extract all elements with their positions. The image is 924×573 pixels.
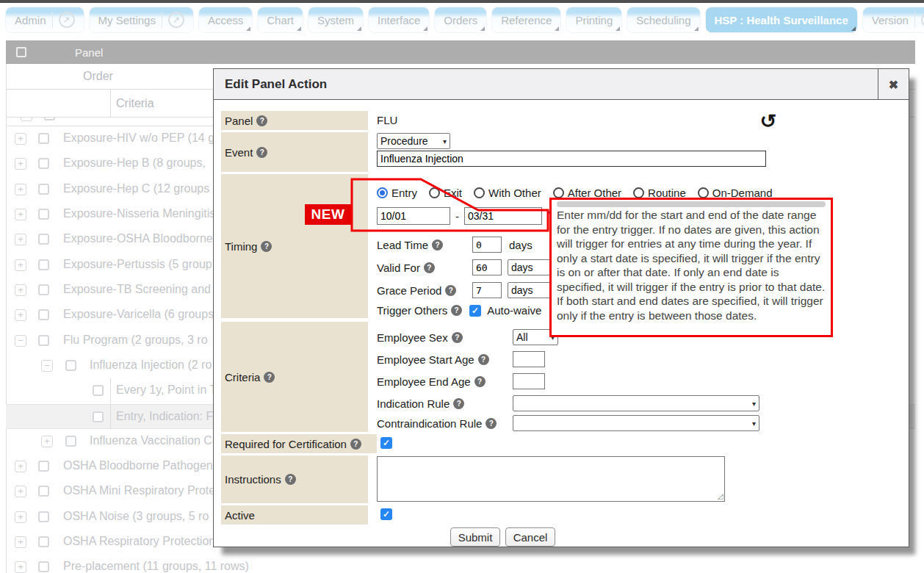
select-all-checkbox[interactable]	[16, 47, 26, 57]
row-checkbox[interactable]	[38, 335, 49, 346]
row-checkbox[interactable]	[38, 259, 49, 270]
close-icon[interactable]: ✖	[878, 69, 909, 100]
expand-icon[interactable]: +	[15, 536, 26, 548]
row-checkbox[interactable]	[93, 385, 104, 396]
help-icon[interactable]: ?	[474, 376, 486, 387]
radio-button[interactable]	[429, 187, 440, 198]
external-link-icon[interactable]: ↗	[59, 12, 75, 28]
expand-icon[interactable]: +	[21, 118, 32, 121]
tab-interface[interactable]: Interface	[369, 7, 429, 32]
expand-icon[interactable]: +	[15, 209, 26, 220]
lead-time-input[interactable]	[472, 237, 502, 253]
radio-with-other[interactable]: With Other	[474, 187, 541, 199]
event-name-input[interactable]	[377, 151, 766, 167]
tab-hsp-health-surveillance[interactable]: HSP : Health Surveillance	[706, 7, 857, 32]
valid-for-input[interactable]	[472, 259, 502, 275]
radio-button[interactable]	[633, 187, 644, 198]
row-checkbox[interactable]	[38, 461, 49, 472]
radio-button[interactable]	[474, 187, 485, 198]
event-type-select[interactable]: Procedure ▾	[377, 133, 450, 149]
radio-button[interactable]	[698, 187, 709, 198]
required-for-certification-checkbox[interactable]: ✓	[380, 437, 392, 449]
help-icon[interactable]: ?	[264, 372, 275, 383]
instructions-textarea[interactable]	[377, 456, 725, 502]
tab-reference[interactable]: Reference	[492, 7, 560, 32]
help-icon[interactable]: ?	[451, 305, 462, 316]
tab-admin[interactable]: Admin ↗	[6, 7, 84, 32]
employee-end-age-input[interactable]	[513, 373, 545, 389]
row-checkbox[interactable]	[44, 118, 55, 120]
collapse-icon[interactable]: −	[41, 360, 53, 372]
tab-printing[interactable]: Printing	[566, 7, 621, 32]
tab-access[interactable]: Access	[199, 7, 252, 32]
row-checkbox[interactable]	[38, 309, 49, 320]
tab-orders[interactable]: Orders	[435, 7, 486, 32]
row-checkbox[interactable]	[38, 209, 49, 220]
tab-system[interactable]: System	[308, 7, 363, 32]
row-checkbox[interactable]	[38, 158, 49, 169]
help-icon[interactable]: ?	[452, 332, 463, 343]
help-icon[interactable]: ?	[256, 115, 267, 126]
contraindication-rule-select[interactable]: ▾	[513, 415, 759, 431]
help-icon[interactable]: ?	[486, 418, 497, 429]
radio-button[interactable]	[553, 187, 564, 198]
expand-icon[interactable]: +	[15, 133, 26, 145]
indication-rule-select[interactable]: ▾	[513, 395, 759, 411]
help-icon[interactable]: ?	[478, 354, 489, 365]
expand-icon[interactable]: +	[15, 158, 26, 170]
expand-icon[interactable]: +	[15, 259, 26, 271]
dialog-header[interactable]: Edit Panel Action ✖	[214, 69, 909, 100]
help-icon[interactable]: ?	[256, 147, 267, 158]
history-revert-icon[interactable]: ↺	[759, 110, 776, 133]
row-checkbox[interactable]	[65, 436, 76, 447]
end-date-input[interactable]	[464, 207, 542, 225]
external-link-icon[interactable]: ↗	[168, 12, 184, 28]
row-checkbox[interactable]	[65, 360, 76, 371]
cancel-button[interactable]: Cancel	[505, 527, 555, 547]
grace-period-input[interactable]	[472, 282, 502, 298]
row-checkbox[interactable]	[38, 486, 49, 497]
expand-icon[interactable]: +	[41, 436, 53, 447]
row-checkbox[interactable]	[93, 411, 104, 422]
tab-chart[interactable]: Chart	[258, 7, 303, 32]
help-icon[interactable]: ?	[350, 439, 361, 450]
tab-scheduling[interactable]: Scheduling	[627, 7, 699, 32]
expand-icon[interactable]: +	[15, 184, 26, 195]
row-checkbox[interactable]	[38, 284, 49, 295]
help-icon[interactable]: ?	[432, 239, 443, 251]
help-icon[interactable]: ?	[453, 398, 464, 409]
row-checkbox[interactable]	[38, 234, 49, 245]
resize-handle-icon[interactable]: ◿	[718, 492, 723, 500]
tab-my-settings[interactable]: My Settings ↗	[90, 7, 193, 32]
help-icon[interactable]: ?	[445, 285, 456, 296]
submit-button[interactable]: Submit	[450, 527, 500, 547]
radio-exit[interactable]: Exit	[429, 187, 462, 199]
radio-entry[interactable]: Entry	[377, 187, 417, 199]
trigger-others-checkbox[interactable]: ✓	[469, 305, 481, 317]
grace-period-unit-select[interactable]: days	[508, 282, 550, 298]
valid-for-unit-select[interactable]: days	[508, 259, 550, 275]
expand-icon[interactable]: +	[15, 284, 26, 296]
help-icon[interactable]: ?	[261, 241, 272, 252]
expand-icon[interactable]: +	[15, 511, 26, 523]
start-date-input[interactable]	[377, 207, 450, 225]
external-link-icon[interactable]: ↗	[921, 12, 924, 28]
expand-icon[interactable]: +	[15, 309, 26, 321]
expand-icon[interactable]: +	[15, 461, 26, 472]
radio-button[interactable]	[377, 187, 388, 198]
expand-icon[interactable]: +	[15, 486, 26, 497]
help-icon[interactable]: ?	[424, 262, 435, 273]
row-checkbox[interactable]	[38, 133, 49, 144]
row-checkbox[interactable]	[38, 511, 49, 522]
help-icon[interactable]: ?	[285, 474, 296, 485]
row-checkbox[interactable]	[38, 184, 49, 195]
employee-start-age-input[interactable]	[513, 351, 545, 367]
collapse-icon[interactable]: −	[15, 335, 26, 347]
tooltip-scrollbar[interactable]	[557, 201, 826, 207]
row-checkbox[interactable]	[38, 561, 49, 572]
row-checkbox[interactable]	[38, 536, 49, 547]
expand-icon[interactable]: +	[15, 234, 26, 245]
expand-icon[interactable]: +	[15, 561, 26, 573]
active-checkbox[interactable]: ✓	[380, 508, 392, 520]
tab-version[interactable]: Version ↗	[863, 7, 924, 32]
